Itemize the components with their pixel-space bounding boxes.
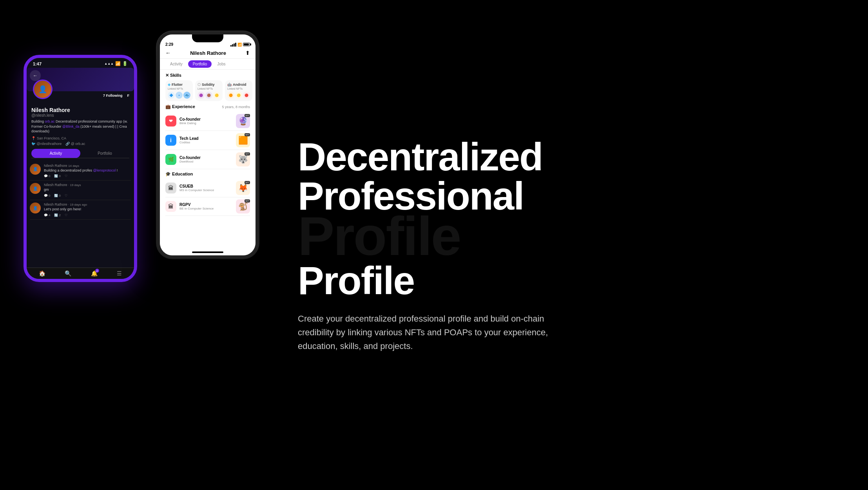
skills-row: ◆ Flutter Linked NFTs 🔷 🔹 🐟 ⬡: [165, 80, 250, 101]
like-action-2[interactable]: 💬 0: [44, 194, 50, 197]
android-icon: 🤖: [227, 83, 232, 87]
heart-action-1[interactable]: ♡: [65, 174, 67, 178]
edu-nft-1: 🦊 NFT: [236, 181, 250, 195]
menu-icon-back[interactable]: ☰: [117, 270, 122, 277]
profile-bio: Building orb.ac Decentralized profession…: [27, 118, 134, 136]
exp-nft-3: 🐺 NFT: [236, 152, 250, 166]
profile-location: 📍San Francisco, CA: [27, 136, 134, 141]
hero-bg-text: Profile: [298, 212, 829, 261]
search-icon-back[interactable]: 🔍: [65, 270, 71, 277]
edu-item-2: 🏛 RGPV BE in Computer Science 🐒 NFT: [165, 197, 250, 216]
exp-company-1: Blink Dating: [179, 121, 201, 125]
exp-nft-1: 🔮 NFT: [236, 114, 250, 128]
skill-solidity-name: ⬡ Solidity: [198, 83, 220, 87]
repost-action-3[interactable]: 🔄 2: [54, 213, 60, 217]
signal-bars-front: [230, 43, 236, 47]
feed-avatar-1: 👤: [30, 164, 41, 175]
skill-flutter: ◆ Flutter Linked NFTs 🔷 🔹 🐟: [165, 80, 193, 101]
home-indicator-front: [192, 251, 223, 253]
skill-android-nfts: 🟠 🟡 🔴: [227, 92, 250, 99]
experience-section-header: 💼 Experience 5 years, 8 months: [165, 104, 250, 109]
tab-activity-back[interactable]: Activity: [31, 149, 80, 158]
repost-action-1[interactable]: 🔄 0: [54, 174, 60, 178]
feed-actions-1: 💬 0 🔄 0 ♡: [44, 174, 131, 178]
edu-left-2: 🏛 RGPV BE in Computer Science: [165, 201, 214, 212]
skill-solidity: ⬡ Solidity Linked NFTs 🟣 🟤 🟡: [195, 80, 223, 101]
education-title: 🎓 Education: [165, 172, 193, 177]
edu-nft-label-2: NFT: [245, 199, 250, 203]
battery-front: [243, 43, 250, 46]
flutter-icon: ◆: [168, 83, 170, 87]
tab-activity-front[interactable]: Activity: [165, 59, 187, 69]
tab-portfolio-front[interactable]: Portfolio: [188, 60, 212, 68]
exp-title-2: Tech Lead: [179, 136, 199, 141]
android-nft-3: 🔴: [243, 92, 250, 99]
exp-title-3: Co-founder: [179, 155, 201, 160]
signal-icon: ▲▲▲: [104, 62, 114, 65]
skills-section-header: ✕ Skills: [165, 73, 250, 78]
followers-label: F: [127, 94, 130, 98]
header-name-front: Nilesh Rathore: [190, 50, 226, 56]
tab-bar-front: Activity Portfolio Jobs: [160, 59, 256, 70]
android-nft-2: 🟡: [235, 92, 242, 99]
activity-feed: 👤 Nilesh Rathore 14 days Building a dece…: [27, 158, 134, 223]
edu-degree-1: MS in Computer Science: [179, 188, 214, 192]
exp-left-3: 🌿 Co-founder Dwellfood: [165, 154, 201, 165]
exp-item-1: ❤ Co-founder Blink Dating 🔮 NFT: [165, 112, 250, 131]
skill-android: 🤖 Android Linked NFTs 🟠 🟡 🔴: [225, 80, 252, 101]
edu-item-1: 🏛 CSUEB MS in Computer Science 🦊 NFT: [165, 179, 250, 197]
bottom-nav-back: 🏠 🔍 🔔2 ☰: [27, 268, 134, 279]
repost-action-2[interactable]: 🔄 0: [54, 194, 60, 197]
hero-line3: Profile: [298, 261, 829, 300]
heart-action-2[interactable]: ♡: [65, 194, 67, 197]
exp-company-3: Dwellfood: [179, 160, 201, 163]
wifi-icon: 📶: [115, 61, 121, 66]
feed-text-1: Building a decentralized profes @lenspro…: [44, 168, 131, 173]
nft-label-2: NFT: [245, 133, 250, 136]
exp-title-1: Co-founder: [179, 117, 201, 121]
education-section-header: 🎓 Education: [165, 172, 250, 177]
solidity-nft-2: 🟤: [205, 92, 212, 99]
profile-handle-back: @nilesh.lens: [27, 113, 134, 118]
skill-flutter-nfts: 🔷 🔹 🐟: [168, 92, 190, 99]
android-nft-1: 🟠: [227, 92, 234, 99]
skill-solidity-nfts: 🟣 🟤 🟡: [198, 92, 220, 99]
edu-nft-2: 🐒 NFT: [236, 199, 250, 213]
back-button-front[interactable]: ←: [165, 50, 171, 56]
skill-android-name: 🤖 Android: [227, 83, 250, 87]
feed-item-2: 👤 Nilesh Rathore · 19 days gm 💬 0 🔄 0 ♡: [30, 181, 131, 200]
exp-company-2: Coditas: [179, 141, 199, 144]
edu-logo-1: 🏛: [165, 183, 176, 193]
nft-label-3: NFT: [245, 152, 250, 155]
exp-logo-1: ❤: [165, 116, 176, 127]
feed-avatar-2: 👤: [30, 183, 41, 194]
home-icon-back[interactable]: 🏠: [39, 270, 45, 277]
like-action-3[interactable]: 💬 4: [44, 213, 50, 217]
portfolio-content: ✕ Skills ◆ Flutter Linked NFTs 🔷 🔹 🐟: [160, 70, 256, 248]
heart-action-3[interactable]: ♡: [65, 213, 67, 217]
skill-flutter-sub: Linked NFTs: [168, 87, 190, 90]
flutter-nft-3: 🐟: [183, 92, 190, 99]
following-count: 7 Following: [103, 94, 123, 98]
notification-icon-back[interactable]: 🔔2: [91, 270, 98, 277]
exp-logo-2: i: [165, 135, 176, 146]
hero-line1: Decentralized: [298, 137, 829, 176]
edu-school-1: CSUEB: [179, 184, 214, 188]
experience-meta: 5 years, 8 months: [222, 105, 250, 109]
phone-front: 2:29 📶 ← Nilesh Rathore ⬆: [157, 31, 259, 259]
edu-left-1: 🏛 CSUEB MS in Computer Science: [165, 183, 214, 193]
share-button-front[interactable]: ⬆: [245, 50, 250, 56]
like-action-1[interactable]: 💬 0: [44, 174, 50, 178]
phone-notch: [192, 34, 223, 42]
front-header: ← Nilesh Rathore ⬆: [160, 48, 256, 59]
profile-links: 🐦 @nilesthrathore 🔗 @ orb.ac: [27, 141, 134, 146]
exp-logo-3: 🌿: [165, 154, 176, 165]
exp-left-1: ❤ Co-founder Blink Dating: [165, 116, 201, 127]
feed-actions-3: 💬 4 🔄 2 ♡: [44, 213, 131, 217]
tab-jobs-front[interactable]: Jobs: [212, 59, 230, 69]
status-bar-back: 1:47 ▲▲▲ 📶 🔋: [27, 58, 134, 68]
tab-portfolio-back[interactable]: Portfolio: [80, 149, 129, 158]
edu-degree-2: BE in Computer Science: [179, 207, 214, 210]
profile-name-back: Nilesh Rathore: [27, 107, 134, 113]
back-button-back[interactable]: ←: [30, 70, 41, 81]
